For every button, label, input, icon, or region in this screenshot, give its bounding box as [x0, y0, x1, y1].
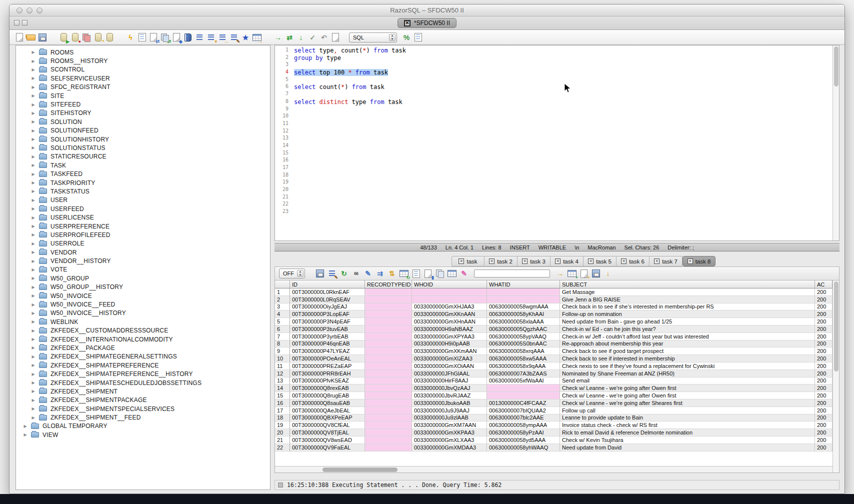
column-tree-icon[interactable]: ⇉	[375, 268, 385, 278]
open-file-icon[interactable]	[26, 32, 36, 42]
row-number-cell[interactable]: 7	[275, 333, 290, 340]
grid-cell[interactable]	[365, 384, 412, 392]
minimize-window-icon[interactable]	[26, 8, 32, 14]
grid-cell[interactable]: 200	[815, 370, 832, 378]
execute-forward-icon[interactable]: →	[273, 32, 283, 42]
tree-item[interactable]: ▶ZKFEDEX__SHIPMENTSPECIALSERVICES	[16, 404, 270, 413]
grid-cell[interactable]: 200	[815, 444, 832, 452]
sql-mode-select[interactable]: SQL ▲▼	[349, 32, 397, 42]
grid-cell[interactable]: 0033000000GmXKPAA3	[412, 429, 487, 436]
grid-cell[interactable]: 00T3000000PREZaEAP	[290, 362, 365, 370]
code-line[interactable]	[294, 76, 832, 84]
table-row[interactable]: 2000T3000000QV8TjEAL0033000000GmXKPAA300…	[275, 429, 832, 436]
grid-cell[interactable]: 006300000058yKhAAI	[487, 310, 560, 318]
row-number-cell[interactable]: 3	[275, 304, 290, 311]
disclosure-triangle-icon[interactable]: ▶	[31, 128, 36, 133]
grid-cell[interactable]: 200	[815, 362, 832, 370]
close-window-icon[interactable]	[16, 8, 22, 14]
grid-cell[interactable]: 0033000000Ju9J9AAJ	[412, 407, 487, 414]
disclosure-triangle-icon[interactable]: ▶	[31, 198, 36, 202]
tree-item[interactable]: ▶W50_GROUP__HISTORY	[16, 283, 270, 292]
table-row[interactable]: 1300T3000000PfvKSEAZ0033000000HirF8AAJ00…	[275, 378, 832, 385]
grid-cell[interactable]: 006300000058xrqAAA	[487, 348, 560, 355]
grid-cell[interactable]: 00T3000000P3yrbEAB	[290, 333, 365, 340]
editor-scroll-thumb[interactable]	[834, 46, 838, 86]
grid-cell[interactable]: 006300000058xlaAAA	[487, 318, 560, 326]
disclosure-triangle-icon[interactable]: ▶	[31, 416, 36, 420]
grid-cell[interactable]	[487, 296, 560, 304]
grid-cell[interactable]	[365, 340, 412, 348]
tree-item[interactable]: ▶VIEW	[16, 430, 270, 439]
grid-cell[interactable]: 200	[815, 304, 832, 311]
tree-item[interactable]: ▶USERROLE	[16, 240, 270, 248]
tree-item[interactable]: ▶ZKFEDEX__SHIPMENTPACKAGE	[16, 396, 270, 404]
grid-cell[interactable]: 00T3000000OiyJgEAJ	[290, 304, 365, 311]
grid-cell[interactable]	[365, 326, 412, 333]
disclosure-triangle-icon[interactable]: ▶	[31, 102, 36, 107]
code-line[interactable]	[294, 91, 832, 98]
tree-item[interactable]: ▶SCONTROL	[16, 66, 270, 74]
tree-item[interactable]: ▶W50_GROUP	[16, 274, 270, 282]
tab-close-icon[interactable]: ×	[522, 258, 528, 264]
grid-cell[interactable]: 200	[815, 429, 832, 436]
disclosure-triangle-icon[interactable]: ▶	[31, 224, 36, 228]
grid-cell[interactable]: 200	[815, 400, 832, 407]
disclosure-triangle-icon[interactable]: ▶	[23, 424, 28, 428]
grid-cell[interactable]: 00T3000000L0RqSEAV	[290, 296, 365, 304]
tree-item[interactable]: ▶ZKFEDEX__PACKAGE	[16, 344, 270, 352]
character-tools-icon[interactable]: %	[402, 32, 412, 42]
tree-item[interactable]: ▶WEBLINK	[16, 318, 270, 326]
grid-cell[interactable]	[365, 414, 412, 422]
disclosure-triangle-icon[interactable]: ▶	[31, 154, 36, 159]
describe-table-icon[interactable]	[137, 32, 147, 42]
grid-cell[interactable]: 0033000000Ju9zlAAB	[412, 414, 487, 422]
grid-cell[interactable]	[365, 296, 412, 304]
grid-cell[interactable]	[365, 436, 412, 444]
reexecute-icon[interactable]: ⇄	[284, 32, 294, 42]
disclosure-triangle-icon[interactable]: ▶	[31, 259, 36, 264]
internal-maximize-icon[interactable]	[22, 20, 28, 26]
grid-cell[interactable]: Check w/ Leanne - we’re going after Owen…	[560, 384, 815, 392]
grid-cell[interactable]: Need update from David	[560, 444, 815, 452]
grid-cell[interactable]	[365, 444, 412, 452]
tree-item[interactable]: ▶W50_INVOICE__HISTORY	[16, 309, 270, 318]
result-tab-task[interactable]: ×task	[452, 256, 484, 266]
disclosure-triangle-icon[interactable]: ▶	[31, 372, 36, 376]
tree-item[interactable]: ▶USERFEED	[16, 204, 270, 213]
table-row[interactable]: 700T3000000P3yrbEAB0033000000GmXPYAA3006…	[275, 333, 832, 340]
grid-cell[interactable]: 00T3000000QV8TjEAL	[290, 429, 365, 436]
execute-sql-icon[interactable]: ϟ	[126, 32, 136, 42]
grid-cell[interactable]: 006300000058ypVAAQ	[487, 333, 560, 340]
code-line[interactable]: select type, count(*) from task	[294, 47, 832, 54]
grid-cell[interactable]: 0033000000JbukoAAB	[412, 400, 487, 407]
table-row[interactable]: 900T3000000P47LYEAZ0033000000GmXKmAAN006…	[275, 348, 832, 355]
document-tab[interactable]: ✕ *SFDCW50 II	[398, 18, 456, 28]
panel-splitter[interactable]	[270, 45, 274, 490]
tree-item[interactable]: ▶TASKSTATUS	[16, 187, 270, 196]
code-line[interactable]: select count(*) from task	[294, 84, 832, 91]
code-line[interactable]: select distinct type from task	[294, 98, 832, 106]
grid-cell[interactable]: 200	[815, 326, 832, 333]
code-line[interactable]	[294, 135, 832, 142]
grid-cell[interactable]: 00630000007A3bZAAS	[487, 370, 560, 378]
tree-item[interactable]: ▶SITEHISTORY	[16, 109, 270, 118]
grid-cell[interactable]: 0033000000GmXKnAAN	[412, 310, 487, 318]
download-icon[interactable]: ↓	[603, 268, 613, 278]
column-header-whatid[interactable]: WHATID	[487, 280, 560, 288]
disclosure-triangle-icon[interactable]: ▶	[31, 346, 36, 350]
table-row[interactable]: 800T3000000P46qnEAB0033000000H9i0pAAB006…	[275, 340, 832, 348]
row-number-cell[interactable]: 17	[275, 407, 290, 414]
code-line[interactable]: group by type	[294, 54, 832, 62]
tree-item[interactable]: ▶SOLUTION	[16, 118, 270, 126]
grid-cell[interactable]: 00T3000000P47LYEAZ	[290, 348, 365, 355]
code-line[interactable]	[294, 179, 832, 186]
grid-cell[interactable]	[365, 355, 412, 362]
table-row[interactable]: 1500T3000000Q8rugEAB0033000000JbvRJAAZCh…	[275, 392, 832, 400]
reload-table-icon[interactable]: ↻	[399, 268, 409, 278]
grid-cell[interactable]	[487, 384, 560, 392]
result-tab-task-3[interactable]: ×task 3	[518, 256, 550, 266]
indent-icon[interactable]: →	[218, 32, 228, 42]
tree-item[interactable]: ▶ZKFEDEX__SHIPMENT	[16, 387, 270, 396]
row-number-cell[interactable]: 6	[275, 326, 290, 333]
grid-cell[interactable]	[487, 288, 560, 296]
